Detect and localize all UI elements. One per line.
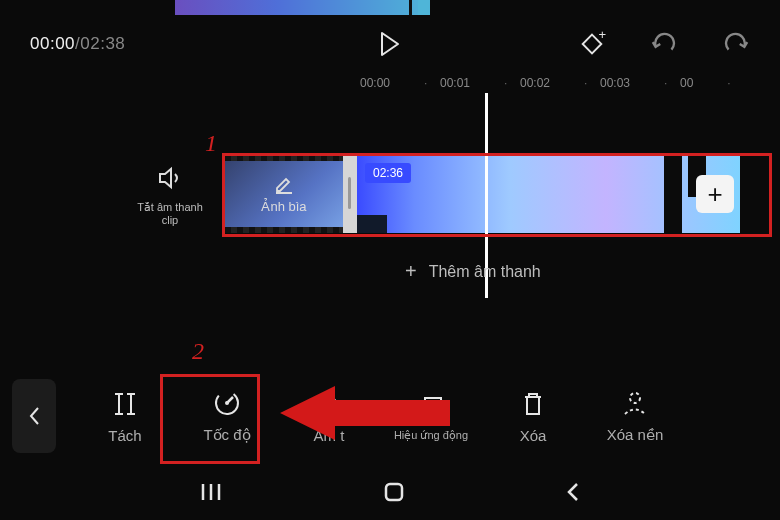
remove-bg-label: Xóa nền bbox=[607, 426, 664, 444]
audio-icon bbox=[316, 389, 342, 419]
clip-duration-badge: 02:36 bbox=[365, 163, 411, 183]
cover-label: Ảnh bìa bbox=[261, 199, 306, 214]
home-button[interactable] bbox=[382, 480, 406, 508]
speed-tool[interactable]: Tốc độ bbox=[180, 388, 274, 444]
ruler-tick: 00 bbox=[680, 73, 760, 93]
timeline-ruler[interactable]: 00:00 00:01 00:02 00:03 00 bbox=[360, 73, 760, 93]
trash-icon bbox=[521, 389, 545, 419]
ruler-tick: 00:03 bbox=[600, 73, 680, 93]
remove-bg-tool[interactable]: Xóa nền bbox=[588, 388, 682, 444]
annotation-label-1: 1 bbox=[205, 130, 217, 157]
clip-row: Ảnh bìa 02:36 + bbox=[225, 155, 780, 233]
split-tool[interactable]: Tách bbox=[78, 389, 172, 444]
system-navbar bbox=[0, 468, 780, 520]
svg-rect-7 bbox=[386, 484, 402, 500]
annotation-label-2: 2 bbox=[192, 338, 204, 365]
audio-tool[interactable]: Âm t bbox=[282, 389, 376, 444]
play-button[interactable] bbox=[376, 30, 404, 58]
time-current: 00:00 bbox=[30, 34, 75, 53]
back-button[interactable] bbox=[12, 379, 56, 453]
svg-point-5 bbox=[630, 393, 640, 403]
person-icon bbox=[621, 388, 649, 418]
time-total: /02:38 bbox=[75, 34, 125, 53]
speed-label: Tốc độ bbox=[203, 426, 250, 444]
add-audio-button[interactable]: + Thêm âm thanh bbox=[385, 250, 561, 293]
ruler-tick: 00:00 bbox=[360, 73, 440, 93]
svg-point-2 bbox=[225, 401, 229, 405]
add-clip-button[interactable]: + bbox=[696, 175, 734, 213]
recents-button[interactable] bbox=[199, 482, 223, 506]
effect-icon bbox=[417, 391, 445, 421]
split-label: Tách bbox=[108, 427, 141, 444]
video-clip[interactable]: 02:36 + bbox=[357, 155, 740, 233]
audio-label: Âm t bbox=[314, 427, 345, 444]
system-back-button[interactable] bbox=[565, 481, 581, 507]
clip-transition-handle[interactable] bbox=[343, 155, 357, 233]
effect-tool[interactable]: Hiệu ứng động bbox=[384, 391, 478, 442]
edit-toolbar: Tách Tốc độ Âm t Hiệu ứng động Xóa Xóa n… bbox=[0, 368, 780, 464]
speed-icon bbox=[212, 388, 242, 418]
delete-label: Xóa bbox=[520, 427, 547, 444]
speaker-icon bbox=[157, 165, 183, 191]
split-icon bbox=[111, 389, 139, 419]
delete-tool[interactable]: Xóa bbox=[486, 389, 580, 444]
svg-rect-3 bbox=[425, 398, 441, 414]
ruler-tick: 00:02 bbox=[520, 73, 600, 93]
edit-icon bbox=[274, 175, 294, 195]
redo-button[interactable] bbox=[722, 30, 750, 58]
svg-rect-4 bbox=[421, 402, 437, 418]
keyframe-button[interactable]: + bbox=[578, 30, 606, 58]
undo-button[interactable] bbox=[650, 30, 678, 58]
svg-text:+: + bbox=[599, 29, 606, 42]
time-display: 00:00/02:38 bbox=[30, 34, 125, 54]
mute-label: Tắt âm thanh clip bbox=[130, 201, 210, 227]
ruler-tick: 00:01 bbox=[440, 73, 520, 93]
effect-label: Hiệu ứng động bbox=[394, 429, 468, 442]
plus-icon: + bbox=[405, 260, 417, 283]
preview-strip bbox=[175, 0, 430, 15]
mute-clip-button[interactable]: Tắt âm thanh clip bbox=[130, 165, 210, 227]
top-bar: 00:00/02:38 + bbox=[0, 24, 780, 64]
add-audio-label: Thêm âm thanh bbox=[429, 263, 541, 281]
cover-clip[interactable]: Ảnh bìa bbox=[225, 155, 343, 233]
